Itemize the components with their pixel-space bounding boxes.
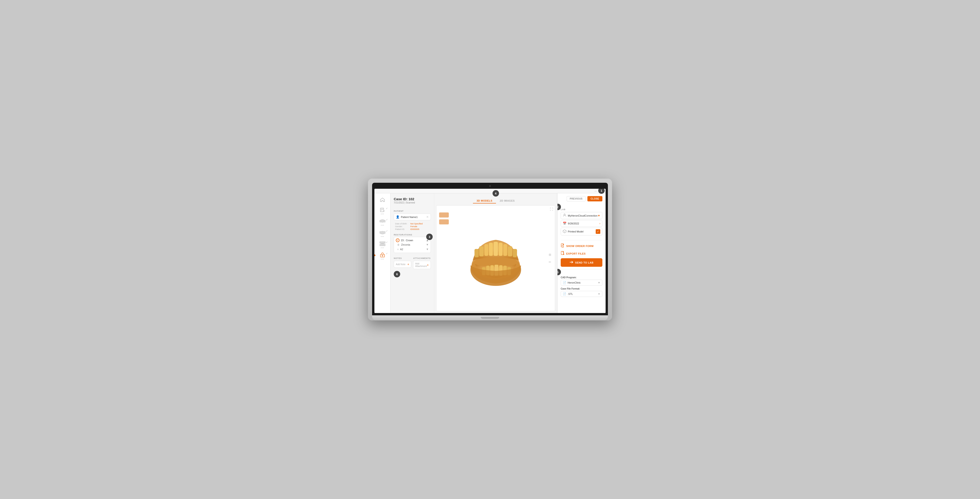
svg-rect-5 xyxy=(381,220,382,222)
calendar-icon: 📅 xyxy=(563,222,566,225)
expand-btn[interactable]: ⛶ xyxy=(550,207,553,211)
lower-model-thumb[interactable] xyxy=(439,219,449,224)
shade-chevron[interactable]: ▼ xyxy=(426,248,429,251)
zirconia-chevron[interactable]: ▼ xyxy=(426,243,429,246)
cad-file-icon: 📄 xyxy=(563,281,566,284)
shade-icon: ≡ xyxy=(397,248,399,251)
shade-label: A2 xyxy=(400,248,403,251)
close-button[interactable]: CLOSE xyxy=(587,196,602,202)
sidebar-item-home[interactable] xyxy=(376,195,389,204)
dob-row: Date of Birth: Not Specified xyxy=(395,222,430,225)
printed-model-text: Printed Model xyxy=(568,230,584,233)
printed-model-field[interactable]: Printed Model ✓ xyxy=(561,228,602,235)
svg-rect-9 xyxy=(380,232,380,234)
minimize-btn[interactable]: — xyxy=(595,190,597,192)
gender-label: Gender: xyxy=(395,225,409,228)
svg-point-26 xyxy=(382,255,383,256)
restoration-item-crown[interactable]: ✕ 23 : Crown ▲ 🗑 Zirconia ▼ xyxy=(394,237,431,253)
add-note-text: Add Note xyxy=(396,263,406,265)
patient-id-label: Patient ID: xyxy=(395,228,409,230)
cad-format-select[interactable]: 📄 .STL ▼ xyxy=(561,291,602,297)
patient-details: Date of Birth: Not Specified Gender: Fem… xyxy=(394,222,431,232)
cad-section: CAD Program: 📄 HeronClinic ▼ Case File F… xyxy=(561,273,602,299)
cad-format-chevron[interactable]: ▼ xyxy=(598,292,600,295)
brush-tool-btn[interactable]: ✏ xyxy=(547,259,553,265)
svg-rect-0 xyxy=(380,208,383,212)
cad-program-label: CAD Program: xyxy=(561,276,602,279)
svg-rect-37 xyxy=(513,249,517,257)
gender-row: Gender: Female xyxy=(395,225,430,228)
attachments-label: ATTACHMENTS xyxy=(413,257,431,259)
arrow-indicator xyxy=(374,253,376,259)
svg-rect-10 xyxy=(381,232,382,234)
svg-rect-22 xyxy=(383,244,384,246)
add-note-plus: + xyxy=(407,262,409,266)
export-files-label: EXPORT FILES xyxy=(566,252,585,255)
cad-format-value: .STL xyxy=(568,292,573,295)
3d-viewer[interactable]: ⛶ xyxy=(436,205,555,311)
patient-id-row: Patient ID: ID000005 xyxy=(395,228,430,230)
both-teeth-dots xyxy=(381,248,384,248)
both-teeth-check: ✓ xyxy=(386,241,388,243)
svg-rect-25 xyxy=(380,254,385,257)
patient-id-value: ID000005 xyxy=(410,228,419,230)
home-icon xyxy=(379,197,386,203)
previous-button[interactable]: PREVIOUS xyxy=(567,196,585,202)
lower-teeth-dots xyxy=(381,236,384,237)
patient-clear-btn[interactable]: ✕ xyxy=(426,215,429,219)
sidebar-item-both-teeth[interactable]: ✓ xyxy=(376,239,389,249)
case-id: Case ID: 102 xyxy=(394,197,431,201)
cad-format-file-icon: 📄 xyxy=(563,292,566,296)
add-attachment-text: Add Attachment xyxy=(415,262,427,267)
model-icon xyxy=(563,229,566,234)
svg-rect-34 xyxy=(479,246,484,256)
sidebar-item-upper-teeth[interactable]: ✓ xyxy=(376,216,389,227)
lab-chevron[interactable]: ▼ xyxy=(598,214,600,217)
notes-label: NOTES xyxy=(394,257,411,259)
upper-model-thumb[interactable] xyxy=(439,213,449,218)
send-icon xyxy=(570,261,573,264)
sidebar-item-lower-teeth[interactable]: ✓ xyxy=(376,228,389,238)
svg-rect-23 xyxy=(384,244,385,246)
zirconia-item[interactable]: 🗑 Zirconia ▼ xyxy=(396,242,429,247)
export-files-btn[interactable]: EXPORT FILES xyxy=(561,250,602,257)
cad-program-select[interactable]: 📄 HeronClinic ▼ xyxy=(561,280,602,286)
svg-rect-17 xyxy=(383,242,384,243)
patient-field[interactable]: 👤 Patient Name1 ✕ xyxy=(394,214,431,220)
show-order-form-btn[interactable]: SHOW ORDER FORM xyxy=(561,242,602,250)
tab-3d-models[interactable]: 3D MODELS xyxy=(473,199,496,203)
shade-item[interactable]: ≡ A2 ▼ xyxy=(396,247,429,251)
svg-rect-13 xyxy=(384,232,385,234)
tab-2d-images[interactable]: 2D IMAGES xyxy=(496,199,518,203)
notes-attachments: NOTES Add Note + ATTACHMENTS Add Attachm… xyxy=(394,255,431,269)
lab-date-field[interactable]: 📅 9/28/2022 › xyxy=(561,220,602,227)
laptop-notch xyxy=(481,317,499,319)
svg-rect-15 xyxy=(381,242,382,243)
lab-section-label: LAB xyxy=(561,208,602,211)
svg-rect-33 xyxy=(503,244,507,256)
pdf-icon xyxy=(561,243,565,248)
sidebar-item-restoration[interactable]: ✓ xyxy=(376,250,389,261)
date-chevron[interactable]: › xyxy=(600,222,600,225)
svg-rect-20 xyxy=(381,244,382,246)
add-attachment-btn[interactable]: Add Attachment + xyxy=(413,261,431,269)
send-to-lab-label: SEND TO LAB xyxy=(575,261,593,264)
top-actions: PREVIOUS CLOSE xyxy=(561,196,602,202)
cad-program-chevron[interactable]: ▼ xyxy=(598,281,600,284)
upper-teeth-icon xyxy=(379,218,386,224)
sidebar-item-scan-review[interactable]: ✓ xyxy=(376,205,389,216)
grid-tool-btn[interactable]: ⊞ xyxy=(547,252,553,257)
svg-marker-24 xyxy=(374,253,376,258)
crown-x-icon: ✕ xyxy=(396,238,399,242)
svg-rect-8 xyxy=(384,220,385,222)
send-to-lab-button[interactable]: SEND TO LAB xyxy=(561,258,602,267)
restoration-check: ✓ xyxy=(386,252,388,255)
printed-model-checkbox[interactable]: ✓ xyxy=(596,229,600,234)
svg-point-45 xyxy=(564,214,565,215)
case-date: 7/21/2022 xyxy=(394,202,404,204)
cad-program-value: HeronClinic xyxy=(568,281,581,284)
lower-teeth-icon xyxy=(379,229,386,236)
svg-rect-6 xyxy=(382,219,383,222)
add-note-btn[interactable]: Add Note + xyxy=(394,261,411,268)
lab-name-field[interactable]: MyHeronCloudConnection ▼ xyxy=(561,212,602,219)
